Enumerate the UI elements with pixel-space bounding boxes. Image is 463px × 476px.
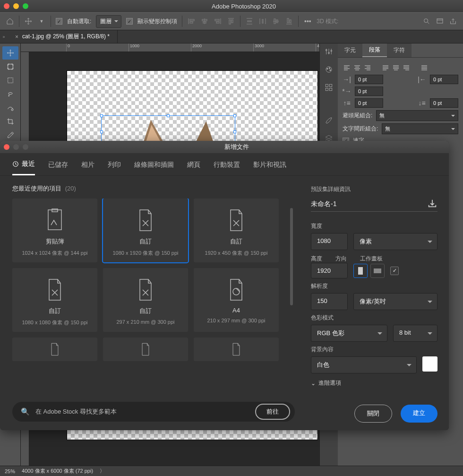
arrange-docs-icon[interactable]: [436, 17, 444, 26]
tab-film[interactable]: 影片和視訊: [253, 160, 286, 175]
justify-center-icon[interactable]: [392, 64, 400, 72]
tab-char[interactable]: 字符: [387, 43, 412, 57]
preset-custom-1080x1080[interactable]: 自訂 1080 x 1080 像素 @ 150 ppi: [12, 268, 97, 332]
space-before-input[interactable]: 0 pt: [355, 98, 383, 108]
artboard-checkbox[interactable]: ✓: [390, 267, 399, 275]
tab-overflow-icon[interactable]: »: [0, 30, 8, 43]
doc-name-input[interactable]: 未命名-1: [311, 200, 336, 208]
indent-left-input[interactable]: 0 pt: [355, 75, 383, 84]
preset-detail-panel: 預設集詳細資訊 未命名-1 寬度 1080 像素 高度 方向 工作畫板 1920: [300, 176, 449, 430]
share-icon[interactable]: [449, 17, 457, 26]
lasso-tool[interactable]: [2, 87, 18, 101]
close-button[interactable]: 關閉: [354, 405, 392, 423]
close-window-icon[interactable]: [4, 3, 9, 9]
preset-more-1[interactable]: [12, 338, 97, 361]
justify-all-icon[interactable]: [420, 64, 429, 72]
spacing-select[interactable]: 無: [382, 123, 458, 134]
distribute-h-icon[interactable]: [258, 17, 267, 26]
ruler-horizontal[interactable]: 0 1000 2000 3000 4000: [21, 43, 319, 52]
orientation-landscape[interactable]: [370, 264, 385, 278]
tab-art[interactable]: 線條圖和插圖: [134, 160, 174, 175]
color-icon[interactable]: [323, 63, 335, 76]
tab-print[interactable]: 列印: [108, 160, 121, 175]
height-input[interactable]: 1920: [311, 263, 348, 278]
show-transform-checkbox[interactable]: [126, 18, 133, 25]
download-icon[interactable]: [427, 198, 437, 208]
swatches-icon[interactable]: [323, 81, 335, 94]
document-tab[interactable]: × cat-1.jpg @ 25% (圖層 1, RGB/8) *: [8, 30, 118, 43]
minimize-window-icon[interactable]: [13, 3, 19, 9]
marquee-tool[interactable]: [2, 74, 18, 87]
doc-info[interactable]: 4000 像素 x 6000 像素 (72 ppi): [22, 467, 93, 475]
preset-clipboard[interactable]: 剪貼簿 1024 x 1024 像素 @ 144 ppi: [12, 199, 97, 262]
resolution-input[interactable]: 150: [311, 293, 348, 310]
align-left-p-icon[interactable]: [343, 64, 351, 72]
scrollbar[interactable]: [290, 208, 293, 305]
space-after-input[interactable]: 0 pt: [430, 98, 458, 108]
new-doc-tabs: 最近 已儲存 相片 列印 線條圖和插圖 網頁 行動裝置 影片和視訊: [0, 153, 449, 176]
move-tool-icon[interactable]: [24, 17, 33, 26]
stock-search[interactable]: 🔍 在 Adobe Stock 尋找更多範本 前往: [12, 402, 295, 422]
hyphen-select[interactable]: 無: [376, 110, 458, 121]
dialog-title: 新增文件: [28, 143, 445, 151]
distribute-v-icon[interactable]: [245, 17, 254, 26]
background-select[interactable]: 白色: [311, 356, 417, 373]
tab-glyph[interactable]: 字元: [338, 43, 362, 57]
firstline-input[interactable]: 0 pt: [355, 87, 383, 96]
align-right-icon[interactable]: [214, 17, 222, 26]
quick-select-tool[interactable]: [2, 101, 18, 114]
chevron-right-icon[interactable]: 〉: [100, 467, 105, 475]
more-options-icon[interactable]: •••: [303, 17, 312, 26]
eyedropper-tool[interactable]: [2, 129, 18, 142]
move-tool[interactable]: [2, 46, 18, 60]
resolution-unit-select[interactable]: 像素/英吋: [353, 293, 437, 310]
background-swatch[interactable]: [422, 356, 437, 372]
orientation-portrait[interactable]: [353, 264, 368, 278]
align-vcenter-icon[interactable]: [272, 17, 280, 26]
colormode-select[interactable]: RGB 色彩: [311, 325, 387, 342]
align-bottom-icon[interactable]: [285, 17, 293, 26]
auto-select-checkbox[interactable]: [56, 18, 62, 25]
advanced-toggle[interactable]: ⌄ 進階選項: [311, 379, 437, 387]
justify-left-icon[interactable]: [381, 64, 390, 72]
go-button[interactable]: 前往: [255, 404, 290, 420]
search-icon[interactable]: [422, 17, 431, 26]
close-tab-icon[interactable]: ×: [15, 34, 18, 40]
align-top-icon[interactable]: [227, 17, 235, 26]
preset-custom-1920x450[interactable]: 自訂 1920 x 450 像素 @ 150 ppi: [194, 199, 279, 262]
width-unit-select[interactable]: 像素: [353, 233, 437, 250]
preset-a4[interactable]: A4 210 x 297 mm @ 300 ppi: [194, 268, 279, 332]
create-button[interactable]: 建立: [401, 405, 437, 423]
svg-point-4: [11, 109, 13, 111]
auto-select-target-select[interactable]: 圖層: [96, 15, 121, 28]
adjustments-icon[interactable]: [323, 45, 335, 58]
brush-icon[interactable]: [323, 114, 335, 127]
artboard-tool[interactable]: [2, 60, 18, 73]
tab-photo[interactable]: 相片: [81, 160, 94, 175]
align-right-p-icon[interactable]: [363, 64, 372, 72]
home-icon[interactable]: [6, 17, 14, 26]
tab-paragraph[interactable]: 段落: [362, 43, 387, 57]
maximize-window-icon[interactable]: [23, 3, 28, 9]
width-input[interactable]: 1080: [311, 233, 348, 250]
justify-right-icon[interactable]: [402, 64, 411, 72]
preset-custom-297x210[interactable]: 自訂 297 x 210 mm @ 300 ppi: [103, 268, 188, 332]
preset-more-3[interactable]: [194, 338, 279, 361]
tab-web[interactable]: 網頁: [187, 160, 200, 175]
show-transform-label: 顯示變形控制項: [137, 17, 177, 26]
crop-tool[interactable]: [2, 115, 18, 128]
dialog-close-icon[interactable]: [4, 144, 9, 150]
zoom-level[interactable]: 25%: [5, 468, 15, 474]
document-icon: [135, 277, 156, 303]
bitdepth-select[interactable]: 8 bit: [393, 325, 437, 342]
align-center-p-icon[interactable]: [353, 64, 361, 72]
tab-recent[interactable]: 最近: [12, 160, 35, 175]
preset-custom-1080x1920[interactable]: 自訂 1080 x 1920 像素 @ 150 ppi: [103, 199, 188, 262]
tab-saved[interactable]: 已儲存: [48, 160, 68, 175]
preset-more-2[interactable]: [103, 338, 188, 361]
tab-mobile[interactable]: 行動裝置: [214, 160, 240, 175]
align-left-icon[interactable]: [187, 17, 196, 26]
chevron-down-icon[interactable]: ▼: [37, 17, 46, 26]
align-hcenter-icon[interactable]: [200, 17, 209, 26]
indent-right-input[interactable]: 0 pt: [430, 75, 458, 84]
